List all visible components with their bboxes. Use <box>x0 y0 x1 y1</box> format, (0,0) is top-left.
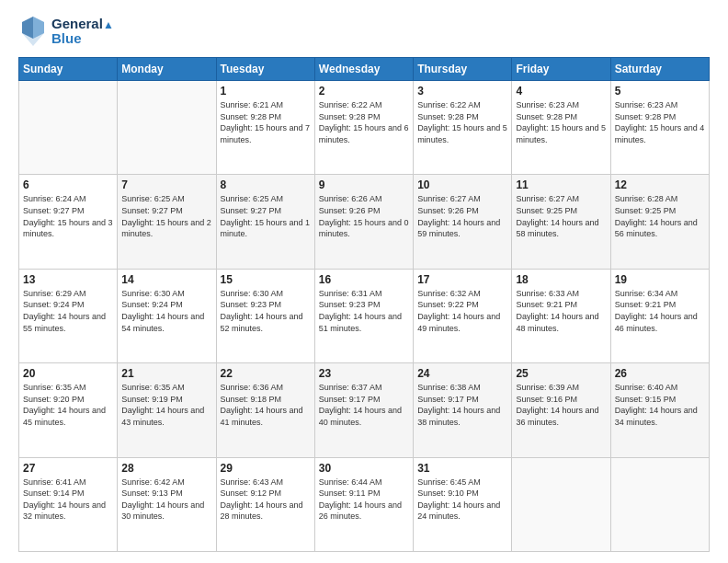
day-number: 19 <box>615 273 705 286</box>
day-number: 23 <box>319 367 409 380</box>
day-number: 25 <box>516 367 606 380</box>
day-cell: 18Sunrise: 6:33 AMSunset: 9:21 PMDayligh… <box>512 269 610 362</box>
day-info: Sunrise: 6:26 AMSunset: 9:26 PMDaylight:… <box>319 193 409 239</box>
logo-icon <box>18 15 48 48</box>
day-number: 31 <box>417 462 507 475</box>
day-number: 5 <box>615 85 705 98</box>
day-info: Sunrise: 6:44 AMSunset: 9:11 PMDaylight:… <box>319 477 409 523</box>
day-info: Sunrise: 6:25 AMSunset: 9:27 PMDaylight:… <box>121 193 211 239</box>
day-number: 6 <box>23 178 113 191</box>
day-info: Sunrise: 6:27 AMSunset: 9:26 PMDaylight:… <box>417 193 507 239</box>
day-info: Sunrise: 6:27 AMSunset: 9:25 PMDaylight:… <box>516 193 606 239</box>
weekday-header-saturday: Saturday <box>610 58 709 81</box>
day-number: 20 <box>23 367 113 380</box>
day-info: Sunrise: 6:33 AMSunset: 9:21 PMDaylight:… <box>516 288 606 334</box>
day-number: 18 <box>516 273 606 286</box>
day-number: 14 <box>121 273 211 286</box>
day-cell: 13Sunrise: 6:29 AMSunset: 9:24 PMDayligh… <box>19 269 118 362</box>
day-cell: 19Sunrise: 6:34 AMSunset: 9:21 PMDayligh… <box>610 269 709 362</box>
weekday-header-friday: Friday <box>512 58 610 81</box>
day-info: Sunrise: 6:36 AMSunset: 9:18 PMDaylight:… <box>221 382 311 428</box>
day-info: Sunrise: 6:45 AMSunset: 9:10 PMDaylight:… <box>417 477 507 523</box>
day-cell: 7Sunrise: 6:25 AMSunset: 9:27 PMDaylight… <box>118 175 216 269</box>
day-number: 7 <box>121 178 211 191</box>
day-cell: 6Sunrise: 6:24 AMSunset: 9:27 PMDaylight… <box>19 175 118 269</box>
week-row-5: 27Sunrise: 6:41 AMSunset: 9:14 PMDayligh… <box>19 457 710 551</box>
weekday-header-monday: Monday <box>118 58 216 81</box>
day-number: 28 <box>121 462 211 475</box>
day-cell: 11Sunrise: 6:27 AMSunset: 9:25 PMDayligh… <box>512 175 610 269</box>
day-info: Sunrise: 6:34 AMSunset: 9:21 PMDaylight:… <box>615 288 705 334</box>
day-number: 8 <box>221 178 311 191</box>
calendar-table: SundayMondayTuesdayWednesdayThursdayFrid… <box>18 57 710 552</box>
day-cell: 22Sunrise: 6:36 AMSunset: 9:18 PMDayligh… <box>216 363 314 457</box>
day-cell <box>512 457 610 551</box>
day-number: 3 <box>417 85 507 98</box>
day-cell: 8Sunrise: 6:25 AMSunset: 9:27 PMDaylight… <box>216 175 314 269</box>
day-cell: 14Sunrise: 6:30 AMSunset: 9:24 PMDayligh… <box>118 269 216 362</box>
logo-text: General▲ Blue <box>51 17 114 47</box>
day-number: 21 <box>121 367 211 380</box>
day-info: Sunrise: 6:22 AMSunset: 9:28 PMDaylight:… <box>417 99 507 145</box>
day-number: 24 <box>417 367 507 380</box>
day-cell: 25Sunrise: 6:39 AMSunset: 9:16 PMDayligh… <box>512 363 610 457</box>
day-cell: 15Sunrise: 6:30 AMSunset: 9:23 PMDayligh… <box>216 269 314 362</box>
day-cell: 29Sunrise: 6:43 AMSunset: 9:12 PMDayligh… <box>216 457 314 551</box>
week-row-1: 1Sunrise: 6:21 AMSunset: 9:28 PMDaylight… <box>19 81 710 175</box>
day-number: 11 <box>516 178 606 191</box>
day-info: Sunrise: 6:35 AMSunset: 9:19 PMDaylight:… <box>121 382 211 428</box>
day-cell: 24Sunrise: 6:38 AMSunset: 9:17 PMDayligh… <box>414 363 512 457</box>
day-info: Sunrise: 6:31 AMSunset: 9:23 PMDaylight:… <box>319 288 409 334</box>
day-info: Sunrise: 6:30 AMSunset: 9:24 PMDaylight:… <box>121 288 211 334</box>
day-cell: 30Sunrise: 6:44 AMSunset: 9:11 PMDayligh… <box>314 457 413 551</box>
day-cell: 28Sunrise: 6:42 AMSunset: 9:13 PMDayligh… <box>118 457 216 551</box>
weekday-header-wednesday: Wednesday <box>314 58 413 81</box>
day-number: 26 <box>615 367 705 380</box>
day-cell: 2Sunrise: 6:22 AMSunset: 9:28 PMDaylight… <box>314 81 413 175</box>
day-number: 12 <box>615 178 705 191</box>
week-row-3: 13Sunrise: 6:29 AMSunset: 9:24 PMDayligh… <box>19 269 710 362</box>
weekday-header-thursday: Thursday <box>414 58 512 81</box>
day-cell: 1Sunrise: 6:21 AMSunset: 9:28 PMDaylight… <box>216 81 314 175</box>
day-number: 30 <box>319 462 409 475</box>
day-cell: 3Sunrise: 6:22 AMSunset: 9:28 PMDaylight… <box>414 81 512 175</box>
day-number: 9 <box>319 178 409 191</box>
day-number: 1 <box>221 85 311 98</box>
day-cell <box>118 81 216 175</box>
day-number: 27 <box>23 462 113 475</box>
weekday-header-sunday: Sunday <box>19 58 118 81</box>
day-cell: 9Sunrise: 6:26 AMSunset: 9:26 PMDaylight… <box>314 175 413 269</box>
calendar-page: General▲ Blue SundayMondayTuesdayWednesd… <box>0 0 728 563</box>
day-number: 13 <box>23 273 113 286</box>
day-info: Sunrise: 6:37 AMSunset: 9:17 PMDaylight:… <box>319 382 409 428</box>
day-info: Sunrise: 6:42 AMSunset: 9:13 PMDaylight:… <box>121 477 211 523</box>
day-cell: 16Sunrise: 6:31 AMSunset: 9:23 PMDayligh… <box>314 269 413 362</box>
weekday-header-row: SundayMondayTuesdayWednesdayThursdayFrid… <box>19 58 710 81</box>
day-info: Sunrise: 6:38 AMSunset: 9:17 PMDaylight:… <box>417 382 507 428</box>
day-info: Sunrise: 6:29 AMSunset: 9:24 PMDaylight:… <box>23 288 113 334</box>
day-info: Sunrise: 6:40 AMSunset: 9:15 PMDaylight:… <box>615 382 705 428</box>
day-number: 29 <box>221 462 311 475</box>
day-info: Sunrise: 6:41 AMSunset: 9:14 PMDaylight:… <box>23 477 113 523</box>
day-info: Sunrise: 6:23 AMSunset: 9:28 PMDaylight:… <box>516 99 606 145</box>
logo: General▲ Blue <box>18 15 114 48</box>
day-number: 16 <box>319 273 409 286</box>
day-cell: 23Sunrise: 6:37 AMSunset: 9:17 PMDayligh… <box>314 363 413 457</box>
day-cell: 26Sunrise: 6:40 AMSunset: 9:15 PMDayligh… <box>610 363 709 457</box>
day-number: 2 <box>319 85 409 98</box>
day-cell: 4Sunrise: 6:23 AMSunset: 9:28 PMDaylight… <box>512 81 610 175</box>
day-cell: 5Sunrise: 6:23 AMSunset: 9:28 PMDaylight… <box>610 81 709 175</box>
day-info: Sunrise: 6:22 AMSunset: 9:28 PMDaylight:… <box>319 99 409 145</box>
day-info: Sunrise: 6:23 AMSunset: 9:28 PMDaylight:… <box>615 99 705 145</box>
day-number: 22 <box>221 367 311 380</box>
day-number: 4 <box>516 85 606 98</box>
day-cell: 17Sunrise: 6:32 AMSunset: 9:22 PMDayligh… <box>414 269 512 362</box>
day-cell <box>19 81 118 175</box>
day-info: Sunrise: 6:30 AMSunset: 9:23 PMDaylight:… <box>221 288 311 334</box>
day-cell: 21Sunrise: 6:35 AMSunset: 9:19 PMDayligh… <box>118 363 216 457</box>
day-cell: 12Sunrise: 6:28 AMSunset: 9:25 PMDayligh… <box>610 175 709 269</box>
day-cell: 20Sunrise: 6:35 AMSunset: 9:20 PMDayligh… <box>19 363 118 457</box>
day-info: Sunrise: 6:21 AMSunset: 9:28 PMDaylight:… <box>221 99 311 145</box>
week-row-4: 20Sunrise: 6:35 AMSunset: 9:20 PMDayligh… <box>19 363 710 457</box>
day-cell <box>610 457 709 551</box>
